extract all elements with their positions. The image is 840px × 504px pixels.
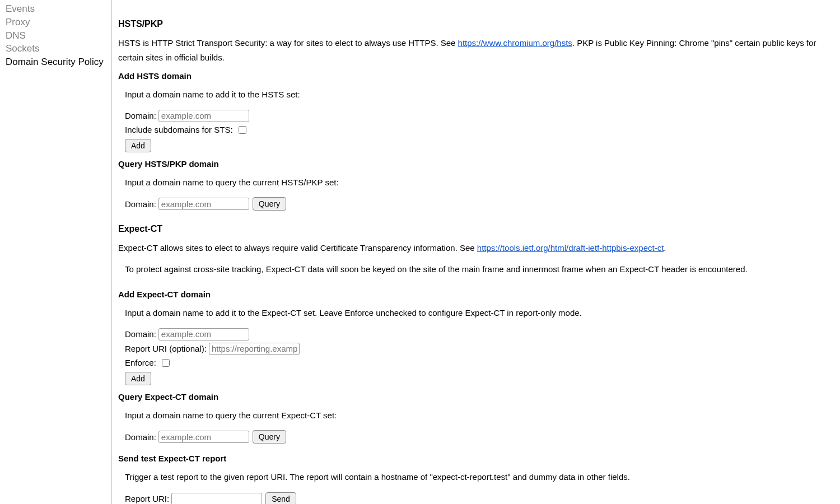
expect-ct-report-uri-input[interactable] — [209, 343, 300, 355]
expect-ct-heading: Expect-CT — [118, 224, 834, 234]
hsts-intro: HSTS is HTTP Strict Transport Security: … — [118, 36, 834, 64]
hsts-add-heading: Add HSTS domain — [118, 71, 834, 81]
hsts-query-domain-input[interactable] — [158, 198, 249, 210]
sidebar: Events Proxy DNS Sockets Domain Security… — [0, 0, 111, 504]
hsts-heading: HSTS/PKP — [118, 19, 834, 29]
sidebar-item-domain-security-policy[interactable]: Domain Security Policy — [6, 55, 111, 69]
hsts-add-domain-input[interactable] — [158, 110, 249, 122]
sidebar-item-proxy[interactable]: Proxy — [6, 16, 111, 29]
app-layout: Events Proxy DNS Sockets Domain Security… — [0, 0, 840, 504]
hsts-intro-link[interactable]: https://www.chromium.org/hsts — [458, 38, 572, 48]
expect-ct-enforce-checkbox[interactable] — [162, 359, 170, 367]
expect-ct-send-help: Trigger a test report to the given repor… — [125, 470, 834, 484]
expect-ct-query-domain-label: Domain: — [125, 432, 156, 442]
hsts-intro-prefix: HSTS is HTTP Strict Transport Security: … — [118, 38, 458, 48]
expect-ct-send-heading: Send test Expect-CT report — [118, 454, 834, 463]
hsts-query-button[interactable]: Query — [253, 197, 286, 211]
expect-ct-send-report-uri-input[interactable] — [171, 493, 262, 505]
expect-ct-add-domain-input[interactable] — [158, 328, 249, 340]
hsts-include-subdomains-checkbox[interactable] — [239, 126, 246, 134]
expect-ct-report-uri-label: Report URI (optional): — [125, 344, 207, 353]
expect-ct-intro-prefix: Expect-CT allows sites to elect to alway… — [118, 243, 477, 253]
hsts-query-heading: Query HSTS/PKP domain — [118, 159, 834, 169]
expect-ct-intro: Expect-CT allows sites to elect to alway… — [118, 241, 834, 255]
expect-ct-add-help: Input a domain name to add it to the Exp… — [125, 306, 834, 320]
main-content: HSTS/PKP HSTS is HTTP Strict Transport S… — [111, 0, 840, 504]
expect-ct-enforce-label: Enforce: — [125, 358, 156, 367]
sidebar-item-sockets[interactable]: Sockets — [6, 42, 111, 55]
hsts-add-domain-label: Domain: — [125, 111, 156, 120]
sidebar-item-events[interactable]: Events — [6, 2, 111, 16]
hsts-include-subdomains-label: Include subdomains for STS: — [125, 125, 233, 134]
expect-ct-query-heading: Query Expect-CT domain — [118, 392, 834, 402]
hsts-add-button[interactable]: Add — [125, 139, 151, 152]
expect-ct-query-help: Input a domain name to query the current… — [125, 408, 834, 423]
expect-ct-note: To protect against cross-site tracking, … — [125, 262, 834, 277]
hsts-query-domain-label: Domain: — [125, 199, 156, 209]
expect-ct-query-domain-input[interactable] — [158, 431, 249, 443]
expect-ct-query-button[interactable]: Query — [253, 430, 286, 444]
expect-ct-intro-suffix: . — [664, 243, 666, 253]
expect-ct-intro-link[interactable]: https://tools.ietf.org/html/draft-ietf-h… — [477, 243, 664, 253]
sidebar-item-dns[interactable]: DNS — [6, 29, 111, 43]
hsts-query-help: Input a domain name to query the current… — [125, 175, 834, 190]
hsts-add-help: Input a domain name to add it to the HST… — [125, 87, 834, 102]
expect-ct-add-domain-label: Domain: — [125, 329, 156, 339]
expect-ct-send-button[interactable]: Send — [265, 492, 296, 505]
expect-ct-add-heading: Add Expect-CT domain — [118, 290, 834, 299]
expect-ct-add-button[interactable]: Add — [125, 372, 151, 385]
expect-ct-send-report-uri-label: Report URI: — [125, 494, 169, 503]
